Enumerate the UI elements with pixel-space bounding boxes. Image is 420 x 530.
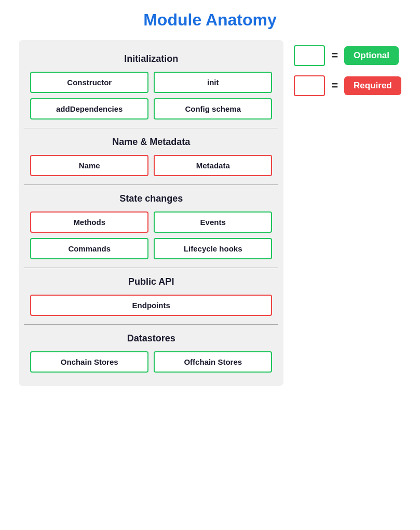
item-box-name-metadata-0: Name	[30, 155, 148, 176]
section-title-initialization: Initialization	[30, 54, 272, 64]
item-box-initialization-0: Constructor	[30, 72, 148, 93]
equals-sign-required: =	[331, 79, 338, 92]
items-grid-initialization: ConstructorinitaddDependenciesConfig sch…	[30, 72, 272, 120]
section-title-name-metadata: Name & Metadata	[30, 137, 272, 148]
item-box-public-api-0: Endpoints	[30, 295, 272, 316]
items-grid-state-changes: MethodsEventsCommandsLifecycle hooks	[30, 211, 272, 259]
item-box-initialization-2: addDependencies	[30, 98, 148, 120]
item-box-state-changes-3: Lifecycle hooks	[154, 238, 272, 259]
legend-required-row: = Required	[294, 75, 401, 96]
items-grid-public-api: Endpoints	[30, 295, 272, 316]
layout-row: InitializationConstructorinitaddDependen…	[19, 40, 401, 386]
optional-legend-box	[294, 45, 325, 66]
item-box-datastores-0: Onchain Stores	[30, 351, 148, 373]
items-grid-name-metadata: NameMetadata	[30, 155, 272, 176]
item-box-state-changes-2: Commands	[30, 238, 148, 259]
optional-label: Optional	[344, 46, 399, 65]
item-box-state-changes-1: Events	[154, 211, 272, 233]
section-title-public-api: Public API	[30, 276, 272, 287]
legend: = Optional = Required	[294, 40, 401, 96]
item-box-state-changes-0: Methods	[30, 211, 148, 233]
items-grid-datastores: Onchain StoresOffchain Stores	[30, 351, 272, 373]
section-datastores: DatastoresOnchain StoresOffchain Stores	[24, 325, 278, 381]
section-name-metadata: Name & MetadataNameMetadata	[24, 128, 278, 185]
section-state-changes: State changesMethodsEventsCommandsLifecy…	[24, 185, 278, 268]
item-box-initialization-1: init	[154, 72, 272, 93]
item-box-datastores-1: Offchain Stores	[154, 351, 272, 373]
section-initialization: InitializationConstructorinitaddDependen…	[24, 45, 278, 128]
equals-sign-optional: =	[331, 49, 338, 62]
legend-optional-row: = Optional	[294, 45, 401, 66]
required-legend-box	[294, 75, 325, 96]
item-box-name-metadata-1: Metadata	[154, 155, 272, 176]
section-title-state-changes: State changes	[30, 193, 272, 204]
item-box-initialization-3: Config schema	[154, 98, 272, 120]
page-title: Module Anatomy	[143, 10, 277, 30]
required-label: Required	[344, 76, 401, 95]
section-public-api: Public APIEndpoints	[24, 268, 278, 325]
main-diagram: InitializationConstructorinitaddDependen…	[19, 40, 283, 386]
section-title-datastores: Datastores	[30, 333, 272, 344]
